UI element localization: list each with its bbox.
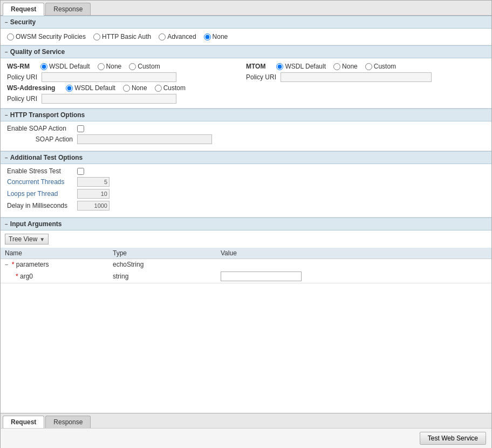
- wsrm-custom-label: Custom: [138, 63, 160, 70]
- qos-collapse-icon[interactable]: −: [5, 49, 8, 55]
- input-arguments-section: − Input Arguments Tree View ▼ Name Type: [1, 218, 491, 283]
- qos-title: Quality of Service: [10, 48, 65, 56]
- mtom-custom[interactable]: Custom: [365, 63, 396, 70]
- wsrm-none[interactable]: None: [98, 63, 122, 70]
- arg0-type: string: [113, 273, 128, 280]
- wsaddressing-custom-label: Custom: [163, 84, 186, 92]
- enable-stress-test-row: Enable Stress Test: [7, 167, 485, 175]
- input-arguments-title: Input Arguments: [10, 220, 62, 228]
- mtom-label: MTOM: [246, 63, 265, 70]
- security-section: − Security OWSM Security Policies HTTP B…: [1, 16, 491, 45]
- tab-response-top[interactable]: Response: [45, 3, 91, 15]
- http-transport-header: − HTTP Transport Options: [1, 108, 491, 121]
- http-collapse-icon[interactable]: −: [5, 112, 8, 118]
- enable-soap-action-checkbox[interactable]: [77, 125, 84, 132]
- http-transport-body: Enable SOAP Action SOAP Action: [1, 121, 491, 151]
- qos-header: − Quality of Service: [1, 45, 491, 58]
- mtom-policy-uri-row: Policy URI: [246, 72, 485, 82]
- arg0-value-cell: [216, 270, 491, 283]
- wsaddressing-wsdldefault-label: WSDL Default: [74, 84, 115, 92]
- enable-soap-action-label: Enable SOAP Action: [7, 125, 77, 132]
- tab-response-bottom[interactable]: Response: [45, 416, 91, 428]
- mtom-policy-uri-label: Policy URI: [246, 73, 278, 81]
- tree-view-label: Tree View: [9, 235, 37, 243]
- input-arguments-body: Tree View ▼ Name Type Value: [1, 230, 491, 283]
- tree-view-button[interactable]: Tree View ▼: [5, 234, 49, 245]
- test-web-service-button[interactable]: Test Web Service: [420, 432, 486, 445]
- parameters-value-cell: [216, 259, 491, 270]
- security-body: OWSM Security Policies HTTP Basic Auth A…: [1, 29, 491, 45]
- expand-icon[interactable]: −: [5, 261, 8, 268]
- additional-test-section: − Additional Test Options Enable Stress …: [1, 151, 491, 218]
- security-option-none[interactable]: None: [204, 33, 228, 40]
- table-row: * arg0 string: [1, 270, 491, 283]
- parameters-name-cell: − * parameters: [1, 259, 108, 270]
- content-area: − Security OWSM Security Policies HTTP B…: [1, 16, 491, 413]
- additional-collapse-icon[interactable]: −: [5, 155, 8, 161]
- concurrent-threads-row: Concurrent Threads 5: [7, 177, 485, 187]
- mtom-col: MTOM WSDL Default None Cus: [246, 63, 485, 82]
- loops-per-thread-input[interactable]: 10: [77, 189, 110, 199]
- arg0-value-input[interactable]: [221, 271, 302, 281]
- wsaddressing-policy-uri-row: Policy URI: [7, 94, 485, 104]
- table-header: Name Type Value: [1, 248, 491, 259]
- tab-request-bottom[interactable]: Request: [3, 416, 44, 429]
- loops-per-thread-label: Loops per Thread: [7, 190, 77, 198]
- enable-stress-test-label: Enable Stress Test: [7, 167, 77, 175]
- delay-ms-input[interactable]: 1000: [77, 201, 110, 211]
- http-transport-title: HTTP Transport Options: [10, 111, 85, 119]
- tab-request-top[interactable]: Request: [3, 3, 44, 16]
- wsaddressing-none-label: None: [132, 84, 147, 92]
- mtom-none[interactable]: None: [333, 63, 358, 70]
- parameters-star: *: [12, 261, 16, 268]
- wsrm-policy-uri-row: Policy URI: [7, 72, 246, 82]
- parameters-type: echoString: [113, 261, 144, 268]
- enable-stress-test-checkbox[interactable]: [77, 168, 84, 175]
- mtom-none-label: None: [342, 63, 358, 70]
- parameters-type-cell: echoString: [108, 259, 216, 270]
- arg0-name-cell: * arg0: [1, 270, 108, 283]
- wsrm-policy-uri-input[interactable]: [42, 72, 176, 82]
- arg0-type-cell: string: [108, 270, 216, 283]
- wsaddressing-group: WS-Addressing WSDL Default None Custom: [7, 84, 485, 92]
- wsrm-custom[interactable]: Custom: [129, 63, 160, 70]
- wsaddressing-wsdldefault[interactable]: WSDL Default: [66, 84, 115, 92]
- wsrm-col: WS-RM WSDL Default None Cu: [7, 63, 246, 82]
- soap-action-input[interactable]: [77, 134, 212, 144]
- security-collapse-icon[interactable]: −: [5, 19, 8, 25]
- security-header: − Security: [1, 16, 491, 29]
- concurrent-threads-input[interactable]: 5: [77, 177, 110, 187]
- wsaddressing-policy-uri-label: Policy URI: [7, 95, 39, 103]
- additional-test-body: Enable Stress Test Concurrent Threads 5 …: [1, 164, 491, 217]
- security-title: Security: [10, 18, 36, 26]
- col-header-value: Value: [216, 248, 491, 259]
- tree-view-chevron-icon: ▼: [39, 236, 45, 242]
- wsrm-wsdldefault[interactable]: WSDL Default: [40, 63, 90, 70]
- arg0-name-text: arg0: [20, 273, 33, 280]
- input-arguments-header: − Input Arguments: [1, 218, 491, 230]
- mtom-custom-label: Custom: [374, 63, 396, 70]
- input-args-collapse-icon[interactable]: −: [5, 221, 8, 227]
- wsrm-label: WS-RM: [7, 63, 30, 70]
- wsaddressing-custom[interactable]: Custom: [155, 84, 186, 92]
- mtom-group: MTOM WSDL Default None Cus: [246, 63, 485, 70]
- security-option-advanced[interactable]: Advanced: [159, 33, 196, 40]
- mtom-policy-uri-input[interactable]: [281, 72, 432, 82]
- security-option-owsm[interactable]: OWSM Security Policies: [7, 33, 86, 40]
- security-option-http-label: HTTP Basic Auth: [102, 33, 151, 40]
- wsrm-policy-uri-label: Policy URI: [7, 73, 39, 81]
- table-row: − * parameters echoString: [1, 259, 491, 270]
- col-header-name: Name: [1, 248, 108, 259]
- footer: Test Web Service: [1, 428, 491, 448]
- wsaddressing-policy-uri-input[interactable]: [42, 94, 176, 104]
- http-transport-section: − HTTP Transport Options Enable SOAP Act…: [1, 108, 491, 151]
- tree-view-bar: Tree View ▼: [1, 230, 491, 248]
- security-option-none-label: None: [213, 33, 228, 40]
- wsrm-group: WS-RM WSDL Default None Cu: [7, 63, 246, 70]
- wsaddressing-none[interactable]: None: [123, 84, 147, 92]
- security-option-http[interactable]: HTTP Basic Auth: [93, 33, 151, 40]
- spacer: [1, 283, 491, 413]
- security-radio-group: OWSM Security Policies HTTP Basic Auth A…: [7, 33, 485, 40]
- mtom-wsdldefault[interactable]: WSDL Default: [276, 63, 326, 70]
- security-option-advanced-label: Advanced: [167, 33, 196, 40]
